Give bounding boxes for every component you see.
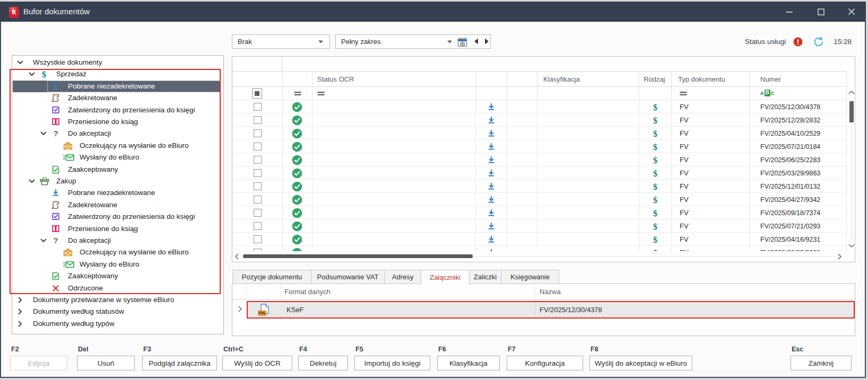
tree-item[interactable]: Zatwierdzony do przeniesienia do księgi (13, 211, 221, 223)
chevron-down-icon[interactable] (28, 70, 36, 78)
document-row[interactable]: $FVFV/2025/12/30/4378 (232, 100, 846, 113)
dekretuj-button[interactable]: Dekretuj (298, 356, 348, 370)
vertical-scroll-thumb[interactable] (849, 101, 854, 122)
tab-podsumowanie-vat[interactable]: Podsumowanie VAT (311, 270, 385, 284)
document-row[interactable]: $FVFV/2025/07/21/0184 (232, 140, 846, 153)
scroll-up-icon[interactable] (848, 90, 855, 95)
tree-item[interactable]: Zadekretowane (13, 199, 221, 211)
row-checkbox[interactable] (254, 182, 262, 190)
horizontal-scrollbar[interactable] (232, 251, 855, 262)
row-checkbox[interactable] (254, 169, 262, 177)
row-checkbox[interactable] (254, 222, 262, 230)
edycja-button[interactable]: Edycja (10, 356, 67, 370)
tree-item[interactable]: Wszystkie dokumenty (13, 57, 221, 68)
chevron-right-icon[interactable] (16, 307, 24, 316)
row-checkbox[interactable] (254, 116, 262, 124)
document-row[interactable]: $FVFV/2025/03/29/9863 (232, 166, 846, 180)
maximize-button[interactable] (809, 2, 833, 22)
tab-zaliczki[interactable]: Zaliczki (469, 270, 501, 284)
column-header-klasyfikacja[interactable]: Klasyfikacja (543, 72, 580, 86)
tree-item[interactable]: Oczekujący na wysłanie do eBiuro (13, 246, 221, 258)
document-row[interactable]: $FVFV/2025/06/25/2283 (232, 153, 846, 166)
chevron-down-icon[interactable] (28, 177, 36, 185)
select-all-checkbox[interactable] (252, 89, 262, 99)
previous-range-button[interactable] (474, 38, 479, 45)
row-expander-icon[interactable] (236, 305, 245, 314)
document-row[interactable]: $FVFV/2025/07/21/0293 (232, 219, 846, 233)
wyślij-do-ocr-button[interactable]: Wyślij do OCR (222, 356, 292, 370)
column-header-status_ocr[interactable]: Status OCR (317, 72, 354, 86)
chevron-down-icon[interactable] (39, 129, 48, 138)
row-checkbox[interactable] (254, 103, 262, 111)
next-range-button[interactable] (484, 38, 489, 45)
row-checkbox[interactable] (254, 196, 262, 204)
tree-item[interactable]: $Sprzedaż (13, 68, 221, 80)
row-checkbox[interactable] (254, 209, 262, 217)
document-row[interactable]: $FVFV/2025/09/18/7374 (232, 206, 846, 219)
klasyfikacja-button[interactable]: Klasyfikacja (437, 356, 500, 370)
tree-item[interactable]: Zakup (13, 175, 221, 187)
tree-item[interactable]: Dokumenty według statusów (13, 306, 221, 317)
tree-item[interactable]: Wysłany do eBiuro (13, 259, 221, 270)
podgląd-załącznika-button[interactable]: Podgląd załącznika (142, 356, 217, 370)
tree-item[interactable]: Zatwierdzony do przeniesienia do księgi (13, 104, 221, 116)
equals-filter-icon[interactable] (317, 91, 325, 96)
equals-filter-icon[interactable] (294, 91, 301, 96)
tree-item[interactable]: Zadekretowane (13, 92, 221, 104)
row-checkbox[interactable] (254, 235, 262, 243)
konfiguracja-button[interactable]: Konfiguracja (507, 356, 583, 370)
wyślij-do-akceptacji-w-ebiuro-button[interactable]: Wyślij do akceptacji w eBiuro (589, 356, 692, 370)
document-row[interactable]: $FVFV/2025/12/28/2832 (232, 113, 846, 127)
equals-filter-icon[interactable] (680, 91, 687, 96)
row-checkbox[interactable] (254, 129, 262, 137)
scroll-right-icon[interactable] (837, 253, 842, 260)
tree-item[interactable]: Zaakceptowany (13, 164, 221, 175)
document-row[interactable]: $FVFV/2025/12/01/0132 (232, 180, 846, 193)
attachment-row[interactable]: XML KSeF FV/2025/12/30/4378 (248, 302, 854, 317)
chevron-right-icon[interactable] (16, 320, 24, 328)
calendar-icon[interactable] (457, 37, 468, 48)
document-row[interactable]: $FVFV/2025/04/27/9342 (232, 193, 846, 206)
column-header-numer[interactable]: Numer (760, 72, 781, 86)
tree-item[interactable]: Pobrane niezadekretowane (13, 81, 221, 92)
text-filter-icon[interactable]: ABC (760, 90, 774, 96)
tab-załączniki[interactable]: Załączniki (421, 270, 470, 285)
document-row[interactable]: $FVFV/2025/04/16/9231 (232, 233, 846, 246)
scroll-down-icon[interactable] (848, 243, 855, 248)
chevron-down-icon[interactable] (39, 236, 48, 245)
chevron-right-icon[interactable] (16, 296, 24, 304)
tree-item[interactable]: Zaakceptowany (13, 270, 221, 282)
close-button[interactable] (839, 2, 864, 22)
row-checkbox[interactable] (254, 156, 262, 164)
minimize-button[interactable] (777, 2, 801, 22)
column-header-typ_dokumentu[interactable]: Typ dokumentu (678, 72, 725, 86)
tree-item[interactable]: Dokumenty przetwarzane w systemie eBiuro (13, 294, 221, 306)
zamknij-button[interactable]: Zamknij (791, 356, 852, 370)
tree-item[interactable]: Oczekujący na wysłanie do eBiuro (13, 140, 221, 152)
document-row[interactable]: $FVFV/2025/03/23/0038 (232, 246, 846, 251)
tree-item[interactable]: Przeniesione do ksiąg (13, 116, 221, 128)
tree-item[interactable]: Wysłany do eBiuro (13, 152, 221, 163)
tree-item[interactable]: Odrzucone (13, 282, 221, 294)
refresh-icon[interactable] (813, 36, 824, 48)
horizontal-scroll-thumb[interactable] (243, 254, 473, 258)
tree-item[interactable]: ?Do akceptacji (13, 128, 221, 139)
scroll-left-icon[interactable] (235, 253, 239, 260)
importuj-do-księgi-button[interactable]: Importuj do księgi (354, 356, 430, 370)
filter-profile-select[interactable]: Brak (232, 34, 330, 49)
tree-item[interactable]: Dokumenty według typów (13, 318, 221, 330)
vertical-scrollbar[interactable] (846, 87, 855, 251)
tab-księgowanie[interactable]: Księgowanie (501, 270, 559, 284)
document-row[interactable]: $FVFV/2025/04/10/2529 (232, 127, 846, 140)
tree-item[interactable]: Przeniesione do ksiąg (13, 223, 221, 235)
chevron-down-icon[interactable] (16, 58, 24, 67)
alert-icon[interactable] (793, 37, 803, 47)
column-header-rodzaj[interactable]: Rodzaj (644, 72, 665, 86)
tab-adresy[interactable]: Adresy (384, 270, 421, 284)
date-range-select[interactable]: Pełny zakres (335, 34, 491, 49)
tab-pozycje-dokumentu[interactable]: Pozycje dokumentu (232, 270, 311, 284)
usuń-button[interactable]: Usuń (77, 356, 135, 370)
tree-item[interactable]: Pobrane niezadekretowane (13, 187, 221, 199)
tree-item[interactable]: ?Do akceptacji (13, 235, 221, 246)
row-checkbox[interactable] (254, 143, 262, 151)
